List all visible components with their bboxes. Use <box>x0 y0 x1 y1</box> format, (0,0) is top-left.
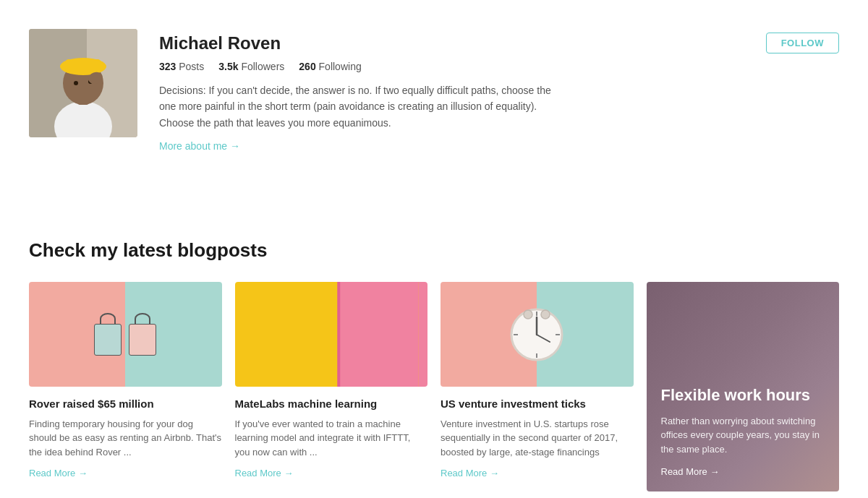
blog-card-1-title: Rover raised $65 million <box>29 397 222 411</box>
followers-label: Followers <box>241 61 284 72</box>
posts-stat: 323 Posts <box>159 61 204 72</box>
bag-right <box>129 313 156 356</box>
blog-card-2-image <box>235 282 428 387</box>
blog-card-3-title: US venture investment ticks <box>441 397 634 411</box>
blog-card-4-title: Flexible work hours <box>661 386 825 405</box>
blog-card-1-image <box>29 282 222 387</box>
blog-section-title: Check my latest blogposts <box>29 239 839 262</box>
page-wrapper: Michael Roven FOLLOW 323 Posts 3.5k Foll… <box>0 0 868 498</box>
following-label: Following <box>319 61 362 72</box>
profile-info: Michael Roven FOLLOW 323 Posts 3.5k Foll… <box>159 29 839 153</box>
blog-card-1-excerpt: Finding temporary housing for your dog s… <box>29 417 222 460</box>
blog-card-3-read-more[interactable]: Read More → <box>441 468 499 478</box>
blog-card-4-desc: Rather than worrying about switching off… <box>661 414 825 457</box>
avatar-wrapper <box>29 29 137 137</box>
svg-rect-12 <box>337 282 340 387</box>
followers-count: 3.5k <box>218 61 238 72</box>
profile-section: Michael Roven FOLLOW 323 Posts 3.5k Foll… <box>29 14 839 174</box>
posts-label: Posts <box>179 61 204 72</box>
svg-rect-6 <box>65 59 101 72</box>
blog-card-1[interactable]: Rover raised $65 million Finding tempora… <box>29 282 222 491</box>
blog-card-1-read-more[interactable]: Read More → <box>29 468 88 478</box>
blog-section: Check my latest blogposts Rover raised $… <box>29 232 839 498</box>
section-gap <box>29 174 839 232</box>
profile-bio: Decisions: If you can't decide, the answ… <box>159 82 564 131</box>
blog-card-3[interactable]: US venture investment ticks Venture inve… <box>441 282 634 491</box>
blog-card-2-excerpt: If you've ever wanted to train a machine… <box>235 417 428 460</box>
svg-rect-11 <box>339 282 418 387</box>
blog-card-2-title: MateLabs machine learning <box>235 397 428 411</box>
blog-card-3-excerpt: Venture investment in U.S. startups rose… <box>441 417 634 460</box>
blog-card-4-read-more[interactable]: Read More → <box>661 466 825 477</box>
profile-name: Michael Roven <box>159 33 281 53</box>
profile-stats: 323 Posts 3.5k Followers 260 Following <box>159 61 839 72</box>
avatar <box>29 29 137 137</box>
profile-header: Michael Roven FOLLOW <box>159 33 839 53</box>
followers-stat: 3.5k Followers <box>218 61 284 72</box>
svg-point-7 <box>74 81 78 85</box>
following-count: 260 <box>299 61 315 72</box>
posts-count: 323 <box>159 61 176 72</box>
follow-button[interactable]: FOLLOW <box>766 33 839 53</box>
blog-card-2-read-more[interactable]: Read More → <box>235 468 294 478</box>
blog-card-2[interactable]: MateLabs machine learning If you've ever… <box>235 282 428 491</box>
svg-point-20 <box>524 310 532 319</box>
svg-point-21 <box>541 310 550 319</box>
blog-card-3-image <box>441 282 634 387</box>
more-about-link[interactable]: More about me → <box>159 140 240 152</box>
blog-card-4-image: Flexible work hours Rather than worrying… <box>647 282 840 491</box>
bag-left <box>94 313 122 356</box>
blog-card-4[interactable]: Flexible work hours Rather than worrying… <box>647 282 840 491</box>
blog-grid: Rover raised $65 million Finding tempora… <box>29 282 839 491</box>
following-stat: 260 Following <box>299 61 361 72</box>
